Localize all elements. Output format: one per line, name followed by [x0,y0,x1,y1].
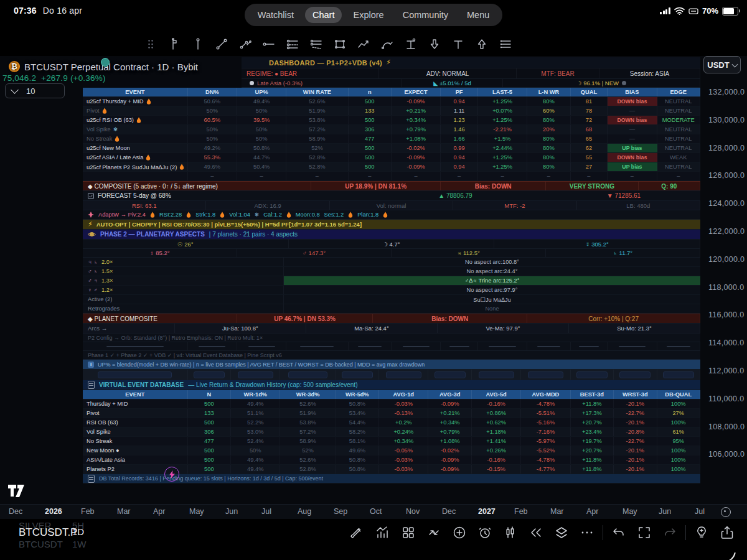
skeleton-cell [614,370,657,380]
share-icon[interactable] [717,523,737,543]
skeleton-cell [428,370,471,380]
price-axis[interactable]: 132,000.0130,000.0128,000.0126,000.0124,… [702,56,747,518]
regime-row: REGIME: ● BEAR ADV: NORMAL MTF: BEAR Ses… [242,68,700,79]
planet-degrees-row-2: ♀ 85.2°♂ 147.3°♃ 112.5°♄ 11.7° [83,249,700,258]
database-icon [88,475,95,483]
cell-value: -0.02% [428,446,471,455]
replay-icon[interactable] [526,523,546,543]
symbol-name[interactable]: BTCUSDT [19,539,72,549]
compare-icon[interactable] [424,523,444,543]
curve-icon[interactable] [378,36,395,53]
nav-tab-watchlist[interactable]: Watchlist [250,7,301,23]
mtf-value: MTF: BEAR [517,68,599,78]
layouts-icon[interactable] [398,523,418,543]
pitchfork-icon[interactable] [166,36,182,53]
nav-tab-community[interactable]: Community [395,7,456,23]
fullscreen-icon[interactable] [634,523,654,543]
draw-icon[interactable] [347,523,367,543]
cell-value: -4.78% [521,455,570,464]
drag-handle-icon[interactable] [142,36,159,53]
late-asia-label: Late Asia (-0.3%) [257,80,303,86]
arrow-marker-down-icon[interactable] [426,36,443,53]
bar-style-icon[interactable] [500,523,520,543]
cell-value: +0.34% [379,437,428,446]
cell-value: WEAK [657,153,700,162]
indicators-icon[interactable] [373,523,393,543]
chart-area[interactable]: ₿ BTCUSDT Perpetual Contract · 1D · Bybi… [0,56,747,518]
parallel-channel-icon[interactable] [284,36,301,53]
long-position-icon[interactable] [402,36,419,53]
flame-icon [146,98,151,105]
time-axis[interactable]: Dec2026FebMarAprMayJunJulAugSepOctNovDec… [0,504,747,519]
event-name: u25cf Planets P2 Su☌Ju Ma∆Ju (2) [83,162,188,171]
cell-value: +1.08% [392,134,441,143]
object-count-toggle[interactable]: 10 [5,83,65,98]
horizontal-line-set-icon[interactable] [497,36,514,53]
time-label: Dec [442,507,456,516]
cell-value: 100% [657,465,700,474]
price-label: 124,000.0 [708,199,745,208]
cell-value: 1.46 [441,125,478,134]
nav-tab-menu[interactable]: Menu [459,7,497,23]
vertical-line-icon[interactable] [189,36,206,53]
timeframe[interactable]: 1D [72,526,84,539]
polyline-icon[interactable] [355,36,372,53]
cell-value: +0.07% [478,106,527,115]
more-icon[interactable] [577,523,597,543]
checkbox-icon [88,193,94,199]
wifi-icon [674,7,685,15]
layers-icon[interactable] [552,523,571,543]
cell-value: DOWN bias [608,153,657,162]
cell-value: 68 [571,125,608,134]
cell-value: -0.15% [472,465,521,474]
arc-cell: Arcs → [83,324,175,333]
cell-value: 53.8% [286,116,348,124]
redo-icon[interactable] [660,523,680,543]
planet-degree: ☉ 26° [83,240,289,248]
currency-button[interactable]: USDT [703,56,741,73]
text-icon[interactable] [449,36,466,53]
time-label: Sep [334,507,347,516]
cell-value: 133 [349,106,392,115]
forecast-label: FORECAST 5-day @ 68% [98,192,171,199]
cell-value: DOWN bias [608,97,657,106]
price-label: 108,000.0 [708,422,745,431]
cell-value: +0.26% [472,446,521,455]
lightning-marker-icon[interactable] [164,467,179,482]
trend-line-icon[interactable] [213,36,230,53]
moon-phase-value: ☽ 96.1% | NEW [576,80,619,86]
cellular-icon [660,7,670,14]
nav-tab-chart[interactable]: Chart [305,7,342,23]
composite-label: ◆ COMPOSITE (5 active · 0↑ / 5↓ after re… [83,182,311,190]
time-label: Nov [406,507,420,516]
alert-icon[interactable] [475,523,495,543]
vedb-table-header: EVENTNWR-1d%WR-3d%WR-5d%AVG-1dAVG-3dAVG-… [83,390,700,399]
cell-value: +0.2% [379,418,428,427]
tradingview-logo[interactable] [7,484,29,500]
price-label: 114,000.0 [708,338,744,347]
rectangle-icon[interactable] [331,36,348,53]
cell-value: 52.8% [280,465,336,474]
flat-top-channel-icon[interactable] [308,36,324,53]
symbol-name[interactable]: BTCUSDT.P [19,526,72,539]
symbol-row[interactable]: BTCUSDT.P1D [19,526,84,539]
horizontal-ray-icon[interactable] [260,36,277,53]
timeframe[interactable]: 1W [72,539,87,549]
cell-value: 61% [657,427,700,436]
skeleton-cell [657,370,700,380]
cell-value: 80% [527,153,570,162]
cell-value: +11.8% [571,465,614,474]
cell-value: 57.2% [286,125,348,134]
add-icon[interactable] [449,523,469,543]
disjoint-channel-icon[interactable] [237,36,253,53]
undo-icon[interactable] [609,523,629,543]
planet-degree: ☽ 4.7° [289,240,495,248]
regime-value: REGIME: ● BEAR [242,68,379,78]
nav-tab-explore[interactable]: Explore [345,7,391,23]
symbol-row[interactable]: BTCUSDT1W [19,539,87,549]
ideas-icon[interactable] [692,523,712,543]
cell-value: 60.5% [188,116,237,124]
arrow-marker-up-icon[interactable] [473,36,490,53]
column-header: WR-5d% [336,390,379,399]
cell-value: 500 [188,455,231,464]
